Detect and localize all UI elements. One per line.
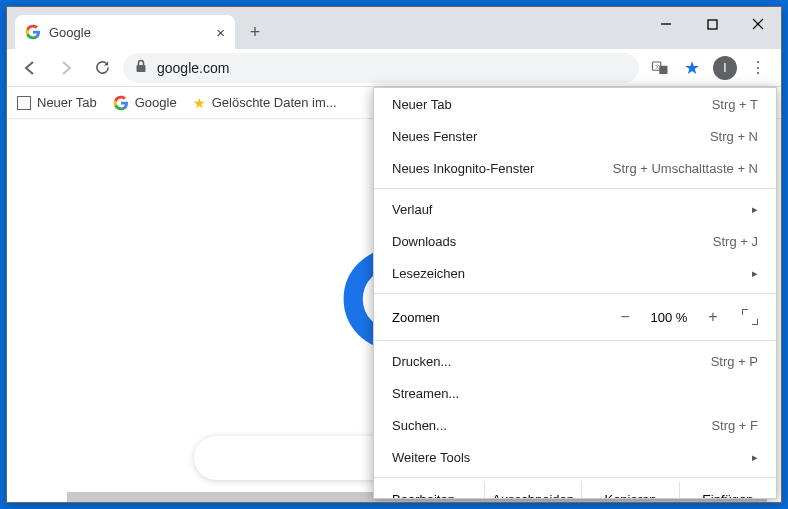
fullscreen-icon[interactable] bbox=[742, 309, 758, 325]
zoom-out-button[interactable]: − bbox=[612, 304, 638, 330]
menu-button[interactable]: ⋮ bbox=[743, 58, 773, 77]
profile-avatar[interactable]: I bbox=[713, 56, 737, 80]
forward-button[interactable] bbox=[51, 53, 81, 83]
menu-history[interactable]: Verlauf bbox=[374, 193, 776, 225]
close-tab-icon[interactable]: × bbox=[216, 24, 225, 41]
menu-cast[interactable]: Streamen... bbox=[374, 377, 776, 409]
maximize-button[interactable] bbox=[689, 7, 735, 41]
new-tab-button[interactable]: + bbox=[241, 18, 269, 46]
zoom-label: Zoomen bbox=[392, 310, 606, 325]
back-button[interactable] bbox=[15, 53, 45, 83]
menu-new-window[interactable]: Neues Fenster Strg + N bbox=[374, 120, 776, 152]
close-window-button[interactable] bbox=[735, 7, 781, 41]
menu-separator bbox=[374, 293, 776, 294]
menu-find[interactable]: Suchen... Strg + F bbox=[374, 409, 776, 441]
menu-zoom: Zoomen − 100 % + bbox=[374, 298, 776, 336]
google-favicon-icon bbox=[25, 24, 41, 40]
edit-cut-button[interactable]: Ausschneiden bbox=[484, 482, 581, 499]
lock-icon bbox=[135, 59, 147, 76]
svg-text:文: 文 bbox=[655, 63, 660, 69]
menu-separator bbox=[374, 340, 776, 341]
minimize-button[interactable] bbox=[643, 7, 689, 41]
bookmark-star-icon[interactable]: ★ bbox=[677, 53, 707, 83]
edit-label: Bearbeiten bbox=[374, 482, 484, 499]
svg-rect-6 bbox=[659, 65, 667, 73]
browser-window: Google × + google.com 文 ★ I ⋮ bbox=[6, 6, 782, 503]
menu-separator bbox=[374, 477, 776, 478]
menu-more-tools[interactable]: Weitere Tools bbox=[374, 441, 776, 473]
svg-rect-1 bbox=[708, 20, 717, 29]
menu-downloads[interactable]: Downloads Strg + J bbox=[374, 225, 776, 257]
reload-button[interactable] bbox=[87, 53, 117, 83]
menu-edit-row: Bearbeiten Ausschneiden Kopieren Einfüge… bbox=[374, 482, 776, 499]
tab-title: Google bbox=[49, 25, 91, 40]
edit-copy-button[interactable]: Kopieren bbox=[581, 482, 678, 499]
bookmark-google[interactable]: Google bbox=[113, 95, 177, 111]
menu-print[interactable]: Drucken... Strg + P bbox=[374, 345, 776, 377]
address-bar[interactable]: google.com bbox=[123, 53, 639, 83]
zoom-in-button[interactable]: + bbox=[700, 304, 726, 330]
zoom-value: 100 % bbox=[644, 310, 694, 325]
menu-new-tab[interactable]: Neuer Tab Strg + T bbox=[374, 88, 776, 120]
main-menu: Neuer Tab Strg + T Neues Fenster Strg + … bbox=[373, 87, 777, 499]
menu-bookmarks[interactable]: Lesezeichen bbox=[374, 257, 776, 289]
url-text: google.com bbox=[157, 60, 229, 76]
window-controls bbox=[643, 7, 781, 41]
active-tab[interactable]: Google × bbox=[15, 15, 235, 49]
bookmark-new-tab[interactable]: Neuer Tab bbox=[17, 95, 97, 110]
google-favicon-icon bbox=[113, 95, 129, 111]
menu-new-incognito[interactable]: Neues Inkognito-Fenster Strg + Umschaltt… bbox=[374, 152, 776, 184]
star-icon: ★ bbox=[193, 95, 206, 111]
svg-rect-4 bbox=[137, 65, 146, 72]
toolbar: google.com 文 ★ I ⋮ bbox=[7, 49, 781, 87]
edit-paste-button[interactable]: Einfügen bbox=[679, 482, 776, 499]
toolbar-right: 文 ★ I ⋮ bbox=[645, 53, 773, 83]
translate-icon[interactable]: 文 bbox=[645, 53, 675, 83]
bookmark-deleted-data[interactable]: ★ Gelöschte Daten im... bbox=[193, 95, 337, 111]
page-icon bbox=[17, 96, 31, 110]
menu-separator bbox=[374, 188, 776, 189]
